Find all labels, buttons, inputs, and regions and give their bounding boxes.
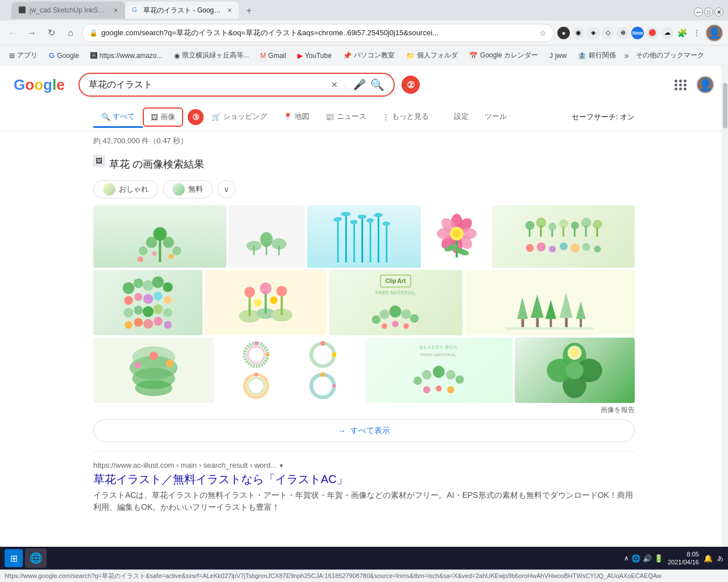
image-section-title: 草花 の画像検索結果	[109, 157, 204, 171]
clear-search-button[interactable]: ×	[332, 79, 338, 91]
image-thumb-5[interactable]	[492, 205, 635, 268]
tab-shopping[interactable]: 🛒 ショッピング	[204, 107, 275, 128]
nav-right-controls: ● ◉ ◈ ◇ ⊕ New 🔴 ☁ 🧩 ⋮ 👤	[557, 24, 723, 42]
chip-expand-button[interactable]: ∨	[217, 180, 235, 198]
bookmark-jww-label: jww	[555, 52, 566, 60]
search-bar[interactable]: × | 🎤 🔍	[78, 73, 395, 97]
new-badge-ext[interactable]: New	[631, 27, 644, 39]
ext-icon-cloud[interactable]: ☁	[661, 27, 673, 39]
ext-icon-2[interactable]: ◉	[572, 27, 585, 39]
tab-inactive-1[interactable]: ⬛ jw_cad SketchUp InkScape Gimp... ✕	[11, 2, 125, 19]
start-button[interactable]: ⊞	[5, 549, 23, 567]
scrollbar-thumb[interactable]	[723, 83, 727, 128]
bookmark-amazon[interactable]: 🅰 https://www.amazo...	[86, 49, 167, 63]
home-button[interactable]: ⌂	[63, 25, 78, 41]
image-thumb-1[interactable]	[93, 205, 226, 268]
profile-avatar[interactable]: 👤	[705, 24, 723, 42]
tab-active-2[interactable]: G 草花のイラスト - Google 検索 ✕	[125, 2, 239, 19]
menu-icon[interactable]: ⋮	[690, 27, 703, 39]
new-tab-button[interactable]: +	[241, 3, 257, 19]
result-url-caret[interactable]: ▼	[279, 463, 284, 469]
restore-button[interactable]: □	[704, 7, 713, 16]
svg-point-125	[320, 341, 325, 346]
image-thumb-9[interactable]	[465, 270, 635, 335]
image-thumb-13[interactable]	[515, 338, 635, 403]
image-thumb-12[interactable]: GLASSY BOX FREE MATERIAL	[365, 338, 512, 403]
bookmark-google[interactable]: G Google	[44, 49, 84, 63]
chrome-icon[interactable]: 🔴	[646, 27, 659, 39]
svg-point-66	[152, 276, 164, 288]
bookmark-google-label: Google	[57, 52, 79, 60]
address-bar[interactable]: 🔒 google.com/search?q=草花のイラスト&oq=草花のイラスト…	[82, 24, 554, 42]
taskbar-volume-icon[interactable]: 🔊	[643, 554, 652, 563]
maps-icon-tab: 📍	[283, 113, 292, 121]
bookmark-youtube[interactable]: ▶ YouTube	[293, 49, 336, 63]
bookmark-personal[interactable]: 📁 個人フォルダ	[402, 49, 462, 63]
bookmark-other[interactable]: その他のブックマーク	[631, 49, 709, 63]
security-icon: 🔒	[89, 29, 98, 37]
reload-button[interactable]: ↻	[43, 25, 59, 41]
bookmark-pasokon[interactable]: 📌 パソコン教室	[338, 49, 399, 63]
forward-button[interactable]: →	[24, 25, 40, 41]
taskbar-battery-icon[interactable]: 🔋	[654, 554, 663, 563]
chip-free[interactable]: 無料	[163, 180, 213, 198]
image-thumb-2[interactable]	[229, 205, 305, 268]
svg-rect-49	[562, 227, 564, 236]
image-thumb-7[interactable]	[205, 270, 326, 335]
tab-more[interactable]: ⋮ もっと見る	[374, 107, 437, 128]
bookmark-bank[interactable]: 🏦 銀行関係	[573, 49, 621, 63]
svg-rect-45	[540, 225, 541, 236]
scrollbar[interactable]	[721, 66, 728, 549]
image-thumb-10[interactable]	[93, 338, 214, 403]
tab-settings[interactable]: 設定	[446, 107, 477, 128]
bookmark-jww[interactable]: J jww	[545, 49, 571, 63]
google-logo[interactable]: G o o g l e	[14, 76, 65, 94]
gmail-favicon: M	[260, 52, 266, 60]
bookmark-apps[interactable]: ⊞ アプリ	[5, 49, 42, 63]
user-profile-button[interactable]: 👤	[696, 76, 714, 94]
bookmark-gmail[interactable]: M Gmail	[256, 49, 291, 63]
image-report-link[interactable]: 画像を報告	[93, 405, 635, 415]
close-button[interactable]: ✕	[714, 7, 723, 16]
tab-close-2[interactable]: ✕	[227, 7, 232, 14]
tab-all[interactable]: 🔍 すべて	[93, 107, 143, 128]
see-all-button[interactable]: → すべて表示	[93, 419, 635, 442]
tab-news[interactable]: 📰 ニュース	[317, 107, 374, 128]
bookmark-star-icon[interactable]: ☆	[539, 28, 547, 38]
svg-point-80	[143, 319, 153, 329]
ext-puzzle-icon[interactable]: 🧩	[676, 27, 688, 39]
ext-icon-3[interactable]: ◈	[587, 27, 599, 39]
voice-search-button[interactable]: 🎤	[353, 78, 366, 91]
tab-tools[interactable]: ツール	[477, 107, 515, 128]
minimize-button[interactable]: ─	[694, 7, 703, 16]
image-thumb-6[interactable]	[93, 270, 202, 335]
image-thumb-8[interactable]: Clip Art FREE MATERIAL	[329, 270, 462, 335]
color-mgmt-icon[interactable]: ●	[557, 27, 570, 39]
image-thumb-4[interactable]	[423, 205, 490, 268]
ext-icon-5[interactable]: ⊕	[617, 27, 629, 39]
taskbar-network-icon[interactable]: 🌐	[631, 554, 640, 563]
taskbar-notification-icon[interactable]: 🔔	[704, 554, 713, 563]
image-thumb-3[interactable]	[307, 205, 421, 268]
svg-point-8	[152, 251, 156, 256]
taskbar-datetime: 8:05 2021/04/16	[668, 550, 699, 567]
svg-point-101	[404, 323, 410, 329]
taskbar-caret-icon[interactable]: ∧	[624, 554, 629, 562]
new-badge-label: New	[632, 30, 643, 36]
back-button[interactable]: ←	[5, 25, 20, 41]
tab-images[interactable]: 🖼 画像	[143, 107, 183, 127]
search-input[interactable]	[89, 80, 327, 90]
result-title-link[interactable]: 草花イラスト／無料イラストなら「イラストAC」	[93, 472, 635, 487]
tab-maps[interactable]: 📍 地図	[275, 107, 317, 128]
taskbar-japanese-input[interactable]: あ	[717, 554, 723, 563]
google-apps-button[interactable]	[670, 75, 692, 95]
image-thumb-11[interactable]	[216, 338, 363, 403]
bookmark-calendar[interactable]: 📅 Google カレンダー	[465, 49, 543, 63]
more-bookmarks-btn[interactable]: »	[624, 51, 629, 61]
tab-close-1[interactable]: ✕	[113, 7, 118, 14]
search-submit-button[interactable]: 🔍	[370, 78, 384, 92]
bookmark-school[interactable]: ◉ 県立横浜緑ヶ丘高等...	[169, 49, 254, 63]
taskbar-chrome[interactable]: 🌐	[25, 548, 47, 568]
ext-icon-4[interactable]: ◇	[602, 27, 614, 39]
chip-oshare[interactable]: おしゃれ	[93, 180, 158, 198]
